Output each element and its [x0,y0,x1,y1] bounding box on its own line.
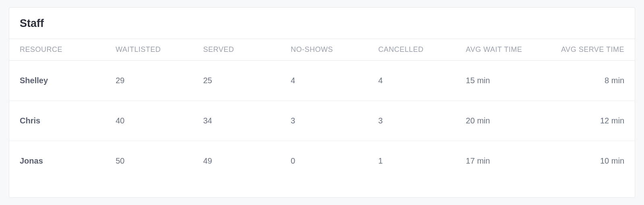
col-header-avg-serve: AVG SERVE TIME [553,39,635,61]
table-row: Shelley 29 25 4 4 15 min 8 min [9,61,635,101]
cell-avg-wait: 15 min [466,61,553,101]
table-row: Jonas 50 49 0 1 17 min 10 min [9,141,635,181]
cell-avg-serve: 8 min [553,61,635,101]
cell-resource: Shelley [9,61,116,101]
cell-waitlisted: 40 [116,101,203,141]
cell-avg-serve: 12 min [553,101,635,141]
cell-avg-serve: 10 min [553,141,635,181]
table-row: Chris 40 34 3 3 20 min 12 min [9,101,635,141]
cell-served: 34 [203,101,291,141]
col-header-served: SERVED [203,39,291,61]
cell-waitlisted: 29 [116,61,203,101]
staff-card: Staff RESOURCE WAITLISTED SERVED NO-SHOW… [9,7,635,198]
card-header: Staff [9,8,635,39]
cell-resource: Jonas [9,141,116,181]
col-header-resource: RESOURCE [9,39,116,61]
col-header-waitlisted: WAITLISTED [116,39,203,61]
card-title: Staff [20,17,624,30]
col-header-no-shows: NO-SHOWS [291,39,378,61]
cell-no-shows: 4 [291,61,378,101]
cell-waitlisted: 50 [116,141,203,181]
cell-avg-wait: 20 min [466,101,553,141]
cell-no-shows: 0 [291,141,378,181]
cell-cancelled: 3 [378,101,466,141]
cell-cancelled: 4 [378,61,466,101]
cell-cancelled: 1 [378,141,466,181]
cell-avg-wait: 17 min [466,141,553,181]
cell-no-shows: 3 [291,101,378,141]
staff-table: RESOURCE WAITLISTED SERVED NO-SHOWS CANC… [9,39,635,181]
cell-served: 25 [203,61,291,101]
cell-served: 49 [203,141,291,181]
col-header-cancelled: CANCELLED [378,39,466,61]
table-header-row: RESOURCE WAITLISTED SERVED NO-SHOWS CANC… [9,39,635,61]
col-header-avg-wait: AVG WAIT TIME [466,39,553,61]
cell-resource: Chris [9,101,116,141]
